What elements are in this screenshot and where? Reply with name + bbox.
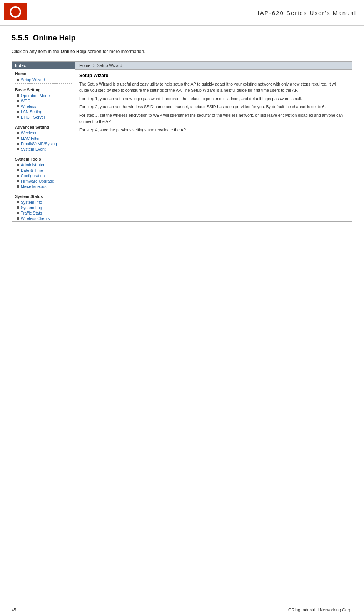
main-content: 5.5.5 Online Help Click on any item in t… — [0, 26, 364, 229]
right-panel: Home -> Setup Wizard Setup Wizard The Se… — [75, 62, 352, 221]
sidebar-item-dhcp-server[interactable]: DHCP Server — [12, 114, 75, 120]
company-name: ORing Industrial Networking Corp. — [288, 608, 352, 612]
bullet-icon — [17, 206, 19, 209]
sidebar-item-mac-filter[interactable]: MAC Filter — [12, 136, 75, 141]
bullet-icon — [17, 94, 19, 97]
paragraph-4: For step 3, set the wireless encryption … — [79, 112, 348, 125]
sidebar-item-configuration[interactable]: Configuration — [12, 173, 75, 178]
section-title: 5.5.5 Online Help — [12, 34, 352, 45]
bullet-icon — [17, 175, 19, 177]
sidebar-item-traffic-stats[interactable]: Traffic Stats — [12, 210, 75, 216]
basic-setting-label: Basic Setting — [12, 85, 75, 93]
bullet-icon — [17, 79, 19, 81]
logo — [4, 3, 31, 22]
bullet-icon — [17, 148, 19, 150]
advanced-setting-label: Advanced Setting — [12, 123, 75, 130]
bullet-icon — [17, 132, 19, 134]
system-tools-label: System Tools — [12, 154, 75, 162]
sidebar-item-administrator[interactable]: Administrator — [12, 162, 75, 168]
bullet-icon — [17, 137, 19, 139]
sidebar-item-system-log[interactable]: System Log — [12, 205, 75, 210]
bullet-icon — [17, 169, 19, 171]
paragraph-3: For step 2, you can set the wireless SSI… — [79, 104, 348, 110]
sidebar-item-adv-wireless[interactable]: Wireless — [12, 130, 75, 136]
sidebar-home-label: Home — [12, 69, 75, 77]
paragraph-1: The Setup Wizard is a useful and easy ut… — [79, 81, 348, 94]
subtitle-post: screen for more information. — [86, 49, 145, 54]
section-subtitle: Click on any item in the Online Help scr… — [12, 49, 352, 54]
right-panel-title: Setup Wizard — [75, 70, 352, 80]
paragraph-2: For step 1, you can set a new login pass… — [79, 96, 348, 102]
bullet-icon — [17, 105, 19, 107]
bullet-icon — [17, 201, 19, 203]
subtitle-pre: Click on any item in the — [12, 49, 60, 54]
sidebar-divider-1 — [15, 83, 72, 84]
sidebar-item-system-event[interactable]: System Event — [12, 146, 75, 152]
sidebar-divider-2 — [15, 121, 72, 121]
right-panel-body: The Setup Wizard is a useful and easy ut… — [75, 80, 352, 139]
sidebar-divider-4 — [15, 190, 72, 190]
sidebar-item-operation-mode[interactable]: Operation Mode — [12, 93, 75, 98]
sidebar-divider-3 — [15, 153, 72, 153]
bullet-icon — [17, 185, 19, 188]
sidebar-item-firmware-upgrade[interactable]: Firmware Upgrade — [12, 178, 75, 184]
page-header: IAP-620 Series User's Manual — [0, 0, 364, 26]
page-number: 45 — [12, 608, 16, 612]
bullet-icon — [17, 143, 19, 145]
sidebar-item-wireless-clients[interactable]: Wireless Clients — [12, 216, 75, 221]
sidebar-item-lan-setting[interactable]: LAN Setting — [12, 109, 75, 114]
bullet-icon — [17, 164, 19, 166]
sidebar-item-wds[interactable]: WDS — [12, 98, 75, 104]
breadcrumb: Home -> Setup Wizard — [75, 62, 352, 70]
sidebar-item-system-info[interactable]: System Info — [12, 200, 75, 205]
sidebar-item-date-time[interactable]: Date & Time — [12, 168, 75, 173]
system-status-label: System Status — [12, 192, 75, 200]
manual-title: IAP-620 Series User's Manual — [258, 10, 356, 16]
sidebar-index-header: Index — [12, 62, 75, 69]
page-footer: 45 ORing Industrial Networking Corp. — [0, 605, 364, 612]
bullet-icon — [17, 212, 19, 214]
bullet-icon — [17, 217, 19, 220]
panel-container: Index Home Setup Wizard Basic Setting Op… — [12, 61, 352, 222]
sidebar-item-email-snmp-syslog[interactable]: Email/SNMP/Syslog — [12, 141, 75, 146]
section-heading: Online Help — [33, 34, 76, 42]
section-number: 5.5.5 — [12, 34, 28, 42]
sidebar-item-wireless[interactable]: Wireless — [12, 104, 75, 109]
sidebar-item-setup-wizard[interactable]: Setup Wizard — [12, 77, 75, 82]
bullet-icon — [17, 116, 19, 118]
bullet-icon — [17, 100, 19, 102]
bullet-icon — [17, 111, 19, 113]
bullet-icon — [17, 180, 19, 182]
paragraph-5: For step 4, save the previous settings a… — [79, 127, 348, 133]
sidebar-item-miscellaneous[interactable]: Miscellaneous — [12, 184, 75, 189]
sidebar: Index Home Setup Wizard Basic Setting Op… — [12, 62, 75, 221]
subtitle-bold: Online Help — [60, 49, 86, 54]
